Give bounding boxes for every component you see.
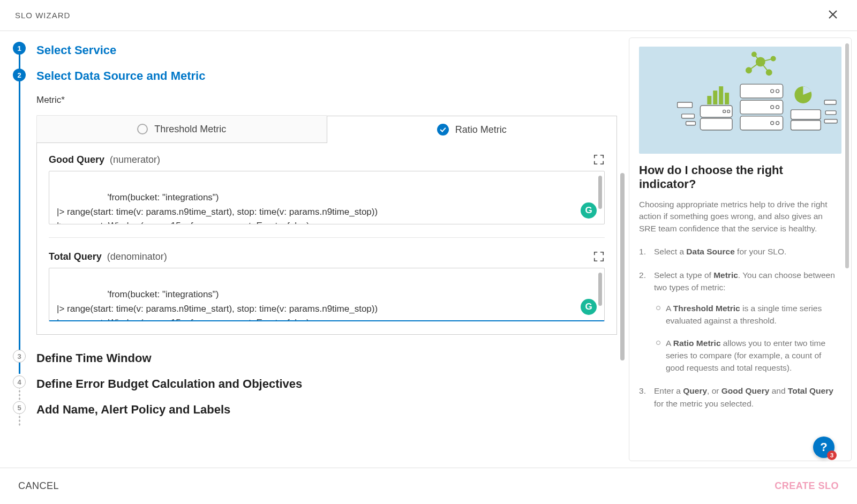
svg-rect-16 [682, 114, 695, 118]
svg-rect-6 [740, 116, 783, 130]
tab-ratio-metric[interactable]: Ratio Metric [327, 116, 618, 143]
tab-ratio-label: Ratio Metric [455, 124, 507, 136]
scrollbar-thumb[interactable] [598, 176, 602, 209]
svg-rect-19 [825, 111, 836, 115]
step-1-title[interactable]: Select Service [36, 42, 116, 57]
help-step-1: Select a Data Source for your SLO. [639, 245, 841, 258]
svg-rect-12 [700, 118, 732, 130]
expand-good-query-button[interactable] [593, 154, 605, 166]
wizard-title: SLO WIZARD [15, 11, 70, 20]
help-step-2: Select a type of Metric. You can choose … [639, 269, 841, 374]
notification-badge: 3 [827, 450, 837, 460]
help-intro: Choosing appropriate metrics help to dri… [639, 199, 841, 235]
tab-threshold-metric[interactable]: Threshold Metric [36, 115, 327, 142]
create-slo-button[interactable]: CREATE SLO [775, 480, 839, 492]
radio-on-icon [437, 124, 449, 136]
close-icon [828, 9, 838, 22]
step-3-title[interactable]: Define Time Window [36, 350, 152, 365]
svg-rect-13 [791, 110, 821, 119]
step-5-title[interactable]: Add Name, Alert Policy and Labels [36, 401, 230, 417]
total-query-title: Total Query (denominator) [49, 251, 167, 262]
svg-rect-15 [678, 102, 693, 108]
divider [49, 237, 605, 238]
help-panel: How do I choose the right indicator? Cho… [629, 37, 852, 461]
svg-rect-23 [719, 86, 723, 104]
step-4-title[interactable]: Define Error Budget Calculation and Obje… [36, 375, 302, 391]
svg-rect-20 [824, 119, 837, 123]
grammarly-icon[interactable]: G [581, 202, 597, 219]
svg-rect-17 [686, 122, 696, 125]
svg-rect-21 [707, 96, 711, 104]
help-heading: How do I choose the right indicator? [639, 163, 841, 191]
step-4-badge: 4 [13, 375, 26, 388]
scrollbar-thumb[interactable] [620, 173, 625, 360]
scrollbar-thumb[interactable] [598, 273, 602, 306]
grammarly-icon[interactable]: G [581, 299, 597, 315]
expand-total-query-button[interactable] [593, 251, 605, 262]
help-step-3: Enter a Query, or Good Query and Total Q… [639, 385, 841, 410]
expand-icon [593, 154, 605, 166]
svg-rect-0 [740, 84, 783, 98]
step-2-badge: 2 [13, 69, 26, 81]
svg-rect-22 [713, 91, 717, 104]
radio-off-icon [137, 124, 148, 134]
metric-label: Metric* [36, 95, 617, 106]
help-fab-button[interactable]: ? 3 [813, 437, 835, 458]
cancel-button[interactable]: CANCEL [18, 480, 59, 492]
scrollbar-thumb[interactable] [845, 43, 849, 268]
tab-threshold-label: Threshold Metric [154, 124, 226, 135]
svg-rect-3 [740, 100, 783, 114]
step-5-badge: 5 [13, 401, 26, 414]
good-query-title: Good Query (numerator) [49, 154, 160, 166]
expand-icon [593, 251, 605, 262]
question-icon: ? [820, 440, 827, 454]
svg-rect-24 [725, 93, 729, 104]
svg-rect-18 [824, 100, 836, 104]
close-button[interactable] [824, 6, 842, 25]
step-3-badge: 3 [13, 350, 26, 363]
total-query-input[interactable]: 'from(bucket: "integrations") |> range(s… [49, 268, 605, 321]
help-illustration [639, 47, 841, 154]
step-1-badge: 1 [13, 42, 26, 55]
step-2-title[interactable]: Select Data Source and Metric [36, 69, 617, 83]
help-step-2b: A Ratio Metric allows you to enter two t… [654, 337, 841, 374]
good-query-input[interactable]: 'from(bucket: "integrations") |> range(s… [49, 171, 605, 224]
svg-rect-14 [791, 121, 821, 130]
help-step-2a: A Threshold Metric is a single time seri… [654, 302, 841, 327]
